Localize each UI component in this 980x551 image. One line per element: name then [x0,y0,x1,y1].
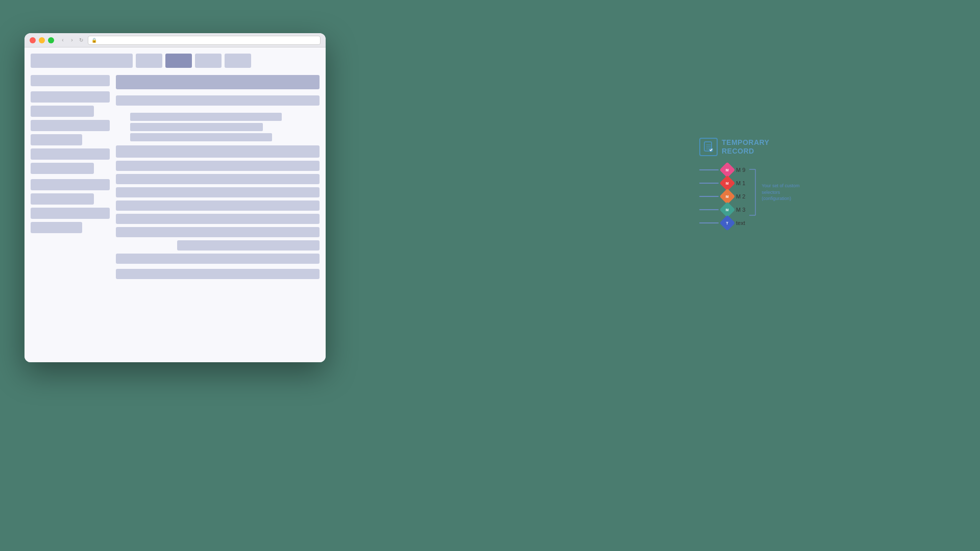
row-8-partial [177,240,320,251]
row-5 [116,201,320,211]
selector-description: Your set of custom selectors (configurat… [762,183,807,202]
sub-block-1 [130,113,282,121]
row-2 [116,161,320,171]
sidebar-item-8 [31,179,110,190]
selector-row-m2: M M 2 [699,191,745,202]
row-3 [116,174,320,184]
row-1 [116,145,320,158]
left-sidebar [31,75,110,282]
browser-window: ‹ › ↻ 🔒 [24,33,326,362]
nav-bar [31,54,320,68]
row-7 [116,227,320,237]
sub-block-3 [130,133,272,141]
content-rows [116,145,320,279]
minimize-button[interactable] [39,37,45,43]
temp-record-title: TEMPORARY RECORD [722,138,769,156]
row-6 [116,214,320,224]
maximize-button[interactable] [48,37,54,43]
sub-block-2 [130,123,263,131]
refresh-button[interactable]: ↻ [78,37,85,44]
nav-tab-3-active[interactable] [165,54,192,68]
sub-blocks [130,113,320,141]
back-button[interactable]: ‹ [59,37,66,44]
description-bracket: Your set of custom selectors (configurat… [748,164,807,220]
description-text: Your set of custom selectors (configurat… [762,183,799,201]
selector-label-text: text [736,220,745,226]
content-block-1 [116,95,320,106]
selector-line-text [699,222,719,223]
sidebar-section-1 [31,91,110,174]
selector-line-m2 [699,196,719,197]
browser-titlebar: ‹ › ↻ 🔒 [24,33,326,47]
selector-row-m3: M M 3 [699,204,745,215]
nav-tab-4[interactable] [195,54,222,68]
selector-label-m3: M 3 [736,207,745,213]
right-content [116,75,320,282]
browser-content [24,47,326,362]
row-10 [116,269,320,279]
selector-line-m1 [699,183,719,184]
selector-line-m3 [699,209,719,210]
sidebar-item-2 [31,91,110,103]
forward-button[interactable]: › [68,37,76,44]
sidebar-item-4 [31,120,110,131]
selector-badge-text: T [719,215,735,231]
selector-label-m1: M 1 [736,180,745,186]
selector-items: M M 9 M M 1 M M 2 M [699,164,745,229]
sidebar-section-2 [31,179,110,233]
address-bar[interactable]: 🔒 [88,36,321,45]
temp-record-header: TEMPORARY RECORD [699,138,863,156]
main-content [31,75,320,282]
nav-tab-2[interactable] [136,54,162,68]
selector-label-m9: M 9 [736,167,745,173]
sidebar-item-11 [31,222,82,233]
sidebar-item-5 [31,134,82,145]
browser-controls: ‹ › ↻ [59,37,85,44]
nav-tab-5[interactable] [225,54,251,68]
selector-row-m1: M M 1 [699,178,745,189]
nav-tab-1[interactable] [31,54,133,68]
close-button[interactable] [30,37,36,43]
temp-record-title-line1: TEMPORARY [722,138,769,147]
selector-line-m9 [699,169,719,170]
traffic-lights [30,37,54,43]
sidebar-item-3 [31,106,94,117]
row-4 [116,187,320,197]
temp-record-title-line2: RECORD [722,147,769,156]
sidebar-item-10 [31,208,110,219]
sidebar-item-1 [31,75,110,86]
content-header-1 [116,75,320,89]
sidebar-item-9 [31,193,94,205]
selector-group: M M 9 M M 1 M M 2 M [699,164,863,229]
annotation-panel: TEMPORARY RECORD M M 9 M M 1 [699,138,863,229]
row-9 [116,254,320,264]
sidebar-item-7 [31,163,94,174]
lock-icon: 🔒 [91,38,97,43]
selector-row-text: T text [699,217,745,229]
selector-label-m2: M 2 [736,193,745,199]
selector-row-m9: M M 9 [699,164,745,176]
sidebar-item-6 [31,148,110,160]
temp-record-icon [699,138,718,156]
